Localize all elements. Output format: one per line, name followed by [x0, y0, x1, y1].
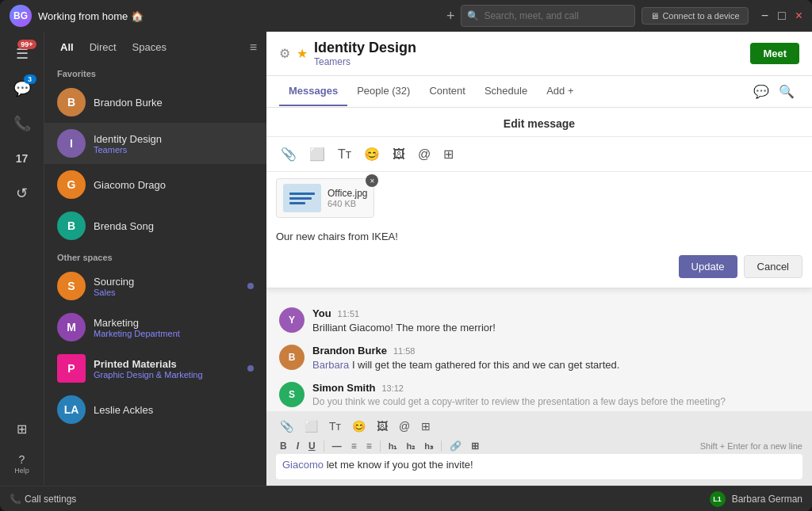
- search-channel-icon[interactable]: 🔍: [774, 76, 799, 107]
- tab-spaces[interactable]: Spaces: [126, 38, 173, 56]
- messages-area: Edit message 📎 ⬜ Tт 😊 🖼 @ ⊞ ×: [266, 108, 812, 411]
- chat-item-leslie[interactable]: LA Leslie Ackles: [44, 389, 266, 430]
- code-button[interactable]: ⊞: [467, 438, 483, 454]
- sidebar: ☰ 99+ 💬 3 📞 17 ↺: [0, 32, 266, 486]
- chat-name: Giacomo Drago: [94, 179, 254, 191]
- attachment-name: Office.jpg: [327, 188, 367, 199]
- strikethrough-button[interactable]: —: [328, 438, 346, 454]
- compose-text-icon[interactable]: Tт: [325, 418, 345, 435]
- message-item: B Brandon Burke 11:58 Barbara I will get…: [279, 345, 799, 372]
- search-bar: 🔍: [461, 5, 635, 27]
- h3-button[interactable]: h₃: [420, 439, 437, 454]
- message-time: 13:12: [381, 383, 404, 393]
- close-button[interactable]: ×: [795, 10, 802, 22]
- meet-button[interactable]: Meet: [750, 43, 799, 64]
- tab-messages[interactable]: Messages: [279, 77, 347, 106]
- search-input[interactable]: [461, 5, 635, 27]
- edit-message-overlay: Edit message 📎 ⬜ Tт 😊 🖼 @ ⊞ ×: [266, 108, 812, 288]
- compose-attach-icon[interactable]: 📎: [276, 418, 297, 435]
- chat-info: Identity Design Teamers: [94, 133, 254, 154]
- message-author: Simon Smith: [312, 382, 375, 394]
- at-icon[interactable]: @: [413, 143, 435, 165]
- chat-item-giacomo[interactable]: G Giacomo Drago: [44, 164, 266, 205]
- edit-text-area[interactable]: Our new chairs from IKEA!: [266, 224, 812, 249]
- ordered-list-button[interactable]: ≡: [362, 438, 376, 454]
- italic-button[interactable]: I: [293, 438, 303, 454]
- thread-icon[interactable]: 💬: [749, 76, 774, 107]
- cancel-button[interactable]: Cancel: [744, 255, 802, 278]
- minimize-button[interactable]: −: [761, 10, 768, 22]
- tab-schedule[interactable]: Schedule: [475, 77, 537, 106]
- icon-rail: ☰ 99+ 💬 3 📞 17 ↺: [0, 32, 44, 486]
- unread-dot: [247, 283, 254, 289]
- compose-at-icon[interactable]: @: [395, 418, 414, 435]
- message-text: Do you think we could get a copy-writer …: [312, 395, 799, 409]
- tab-people[interactable]: People (32): [347, 77, 419, 106]
- bold-button[interactable]: B: [276, 438, 291, 454]
- attach-icon[interactable]: 📎: [276, 143, 301, 165]
- maximize-button[interactable]: □: [778, 10, 786, 22]
- chat-info: Sourcing Sales: [94, 276, 239, 297]
- compose-hint: Shift + Enter for a new line: [700, 441, 802, 451]
- channel-team[interactable]: Teamers: [314, 56, 416, 67]
- chat-item-printed-materials[interactable]: P Printed Materials Graphic Design & Mar…: [44, 348, 266, 389]
- chat-item-identity-design[interactable]: I Identity Design Teamers: [44, 123, 266, 164]
- calls-icon[interactable]: 📞: [6, 108, 38, 139]
- image-icon[interactable]: 🖼: [388, 143, 410, 165]
- compose-table-icon[interactable]: ⊞: [417, 418, 435, 435]
- chat-icon[interactable]: 💬 3: [6, 73, 38, 105]
- h2-button[interactable]: h₂: [402, 439, 419, 454]
- compose-emoji-icon[interactable]: 😊: [348, 418, 370, 435]
- compose-area: 📎 ⬜ Tт 😊 🖼 @ ⊞ B I U — ≡: [266, 411, 812, 486]
- chat-name: Brandon Burke: [94, 97, 254, 109]
- refresh-icon[interactable]: ↺: [6, 177, 38, 209]
- avatar: G: [57, 170, 86, 199]
- list-button[interactable]: ≡: [347, 438, 361, 454]
- filter-icon[interactable]: ≡: [250, 40, 257, 55]
- chat-name: Marketing: [94, 317, 254, 329]
- call-settings-label: Call settings: [25, 494, 76, 505]
- update-button[interactable]: Update: [679, 255, 737, 278]
- chat-list-header: All Direct Spaces ≡: [44, 32, 266, 63]
- apps-icon[interactable]: ⊞: [6, 413, 38, 444]
- user-avatar: BG: [10, 5, 32, 27]
- h1-button[interactable]: h₁: [385, 439, 401, 454]
- add-tab-button[interactable]: +: [446, 8, 455, 25]
- tab-direct[interactable]: Direct: [83, 38, 123, 56]
- activity-icon[interactable]: ☰ 99+: [6, 38, 38, 70]
- message-header: You 11:51: [312, 307, 799, 319]
- tab-add[interactable]: Add +: [537, 77, 583, 106]
- tab-all[interactable]: All: [54, 38, 80, 56]
- link-button[interactable]: 🔗: [446, 438, 465, 454]
- attachment-close-button[interactable]: ×: [366, 174, 378, 187]
- chat-info: Brandon Burke: [94, 97, 254, 109]
- format-box-icon[interactable]: ⬜: [304, 143, 330, 165]
- message-body: Brandon Burke 11:58 Barbara I will get t…: [312, 345, 799, 372]
- calendar-icon[interactable]: 17: [6, 143, 38, 174]
- edit-attachment: × Office.jpg 640 KB: [276, 178, 374, 218]
- table-icon[interactable]: ⊞: [439, 143, 458, 165]
- message-time: 11:58: [393, 346, 416, 356]
- chat-item-sourcing[interactable]: S Sourcing Sales: [44, 265, 266, 307]
- tab-content[interactable]: Content: [419, 77, 475, 106]
- chat-item-brenda[interactable]: B Brenda Song: [44, 205, 266, 246]
- help-icon[interactable]: ? Help: [6, 448, 38, 479]
- compose-input[interactable]: Giacomo let me know if you got the invit…: [276, 454, 802, 479]
- compose-format-icon[interactable]: ⬜: [301, 418, 322, 435]
- emoji-icon[interactable]: 😊: [359, 143, 385, 165]
- underline-button[interactable]: U: [304, 438, 320, 454]
- text-format-icon[interactable]: Tт: [333, 143, 356, 165]
- star-icon[interactable]: ★: [297, 46, 308, 61]
- connect-device-button[interactable]: 🖥 Connect to a device: [642, 7, 748, 25]
- unread-dot: [247, 365, 254, 372]
- compose-image-icon[interactable]: 🖼: [373, 418, 392, 435]
- chat-item-brandon-burke[interactable]: B Brandon Burke: [44, 82, 266, 123]
- chat-list: All Direct Spaces ≡ Favorites B Brandon …: [44, 32, 266, 486]
- message-header: Brandon Burke 11:58: [312, 345, 799, 357]
- chat-item-marketing[interactable]: M Marketing Marketing Department: [44, 307, 266, 348]
- compose-text: let me know if you got the invite!: [324, 459, 473, 471]
- call-settings-button[interactable]: 📞 Call settings: [10, 494, 76, 505]
- window-controls: − □ ×: [761, 10, 802, 22]
- chat-sub: Sales: [94, 288, 239, 297]
- settings-icon[interactable]: ⚙: [279, 46, 290, 61]
